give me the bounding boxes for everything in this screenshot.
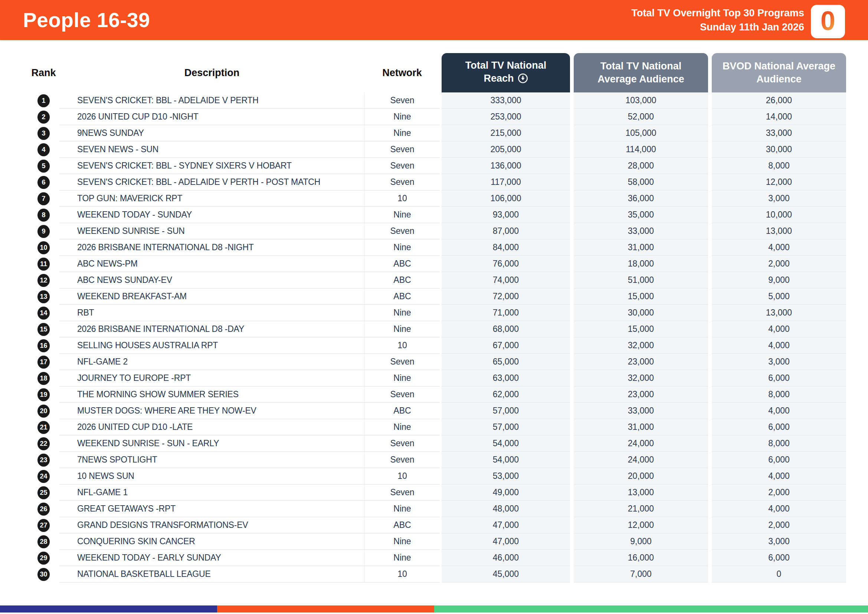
rank-badge: 20 — [37, 405, 50, 418]
table-row: 22 WEEKEND SUNRISE - SUN - EARLY Seven 5… — [28, 436, 848, 452]
table-row: 5 SEVEN'S CRICKET: BBL - SYDNEY SIXERS V… — [28, 158, 848, 174]
description-cell: ABC NEWS-PM — [59, 256, 364, 272]
network-cell: Nine — [364, 533, 440, 550]
reach-value-cell: 74,000 — [442, 272, 570, 288]
description-cell: 2026 BRISBANE INTERNATIONAL D8 -DAY — [59, 321, 364, 338]
reach-value-cell: 45,000 — [442, 566, 570, 583]
bvod-value-cell: 8,000 — [712, 158, 846, 174]
table-row: 30 NATIONAL BASKETBALL LEAGUE 10 45,000 … — [28, 566, 848, 583]
footer-segment-green — [434, 605, 868, 612]
avg-audience-value-cell: 9,000 — [574, 533, 708, 550]
network-cell: Seven — [364, 436, 440, 452]
description-cell: 2026 UNITED CUP D10 -LATE — [59, 419, 364, 436]
arrow-down-circle-icon — [518, 73, 528, 87]
avg-audience-value-cell: 24,000 — [574, 436, 708, 452]
bvod-value-cell: 4,000 — [712, 468, 846, 484]
table-row: 16 SELLING HOUSES AUSTRALIA RPT 10 67,00… — [28, 338, 848, 354]
rank-badge: 7 — [37, 192, 50, 205]
table-row: 1 SEVEN'S CRICKET: BBL - ADELAIDE V PERT… — [28, 92, 848, 109]
description-cell: SEVEN'S CRICKET: BBL - SYDNEY SIXERS V H… — [59, 158, 364, 174]
report-name: Total TV Overnight Top 30 Programs — [631, 6, 804, 20]
network-cell: ABC — [364, 272, 440, 288]
network-cell: 10 — [364, 468, 440, 484]
rank-badge: 30 — [37, 568, 50, 581]
bvod-value-cell: 13,000 — [712, 305, 846, 321]
rank-cell: 1 — [28, 92, 59, 109]
avg-audience-value-cell: 33,000 — [574, 403, 708, 419]
avg-audience-value-cell: 36,000 — [574, 191, 708, 207]
bvod-value-cell: 2,000 — [712, 484, 846, 501]
reach-value-cell: 54,000 — [442, 452, 570, 468]
bvod-value-cell: 4,000 — [712, 338, 846, 354]
rank-badge: 6 — [37, 176, 50, 189]
description-cell: RBT — [59, 305, 364, 321]
avg-audience-value-cell: 7,000 — [574, 566, 708, 583]
column-header-total-tv-reach[interactable]: Total TV National Reach — [442, 53, 570, 92]
avg-audience-value-cell: 52,000 — [574, 109, 708, 125]
rank-badge: 9 — [37, 225, 50, 238]
rank-cell: 13 — [28, 288, 59, 305]
rank-badge: 1 — [37, 94, 50, 107]
network-cell: Nine — [364, 305, 440, 321]
table-row: 20 MUSTER DOGS: WHERE ARE THEY NOW-EV AB… — [28, 403, 848, 419]
bvod-value-cell: 2,000 — [712, 517, 846, 533]
description-cell: GRAND DESIGNS TRANSFORMATIONS-EV — [59, 517, 364, 533]
rank-cell: 27 — [28, 517, 59, 533]
rank-cell: 2 — [28, 109, 59, 125]
description-cell: JOURNEY TO EUROPE -RPT — [59, 370, 364, 386]
avg-audience-value-cell: 12,000 — [574, 517, 708, 533]
rank-badge: 26 — [37, 502, 50, 516]
rank-cell: 21 — [28, 419, 59, 436]
table-row: 25 NFL-GAME 1 Seven 49,000 13,000 2,000 — [28, 484, 848, 501]
avg-audience-value-cell: 51,000 — [574, 272, 708, 288]
column-header-network: Network — [364, 67, 440, 79]
table-row: 23 7NEWS SPOTLIGHT Seven 54,000 24,000 6… — [28, 452, 848, 468]
avg-audience-value-cell: 16,000 — [574, 550, 708, 566]
bvod-value-cell: 14,000 — [712, 109, 846, 125]
description-cell: 2026 UNITED CUP D10 -NIGHT — [59, 109, 364, 125]
avg-audience-value-cell: 21,000 — [574, 501, 708, 517]
column-header-total-tv-avg-audience[interactable]: Total TV National Average Audience — [574, 53, 708, 92]
reach-value-cell: 62,000 — [442, 386, 570, 403]
table-row: 28 CONQUERING SKIN CANCER Nine 47,000 9,… — [28, 533, 848, 550]
rank-cell: 22 — [28, 436, 59, 452]
rank-cell: 12 — [28, 272, 59, 288]
bvod-value-cell: 3,000 — [712, 533, 846, 550]
reach-value-cell: 53,000 — [442, 468, 570, 484]
network-cell: Nine — [364, 501, 440, 517]
bvod-value-cell: 8,000 — [712, 436, 846, 452]
table-row: 10 2026 BRISBANE INTERNATIONAL D8 -NIGHT… — [28, 239, 848, 256]
bvod-value-cell: 10,000 — [712, 207, 846, 223]
reach-value-cell: 106,000 — [442, 191, 570, 207]
description-cell: WEEKEND BREAKFAST-AM — [59, 288, 364, 305]
description-cell: CONQUERING SKIN CANCER — [59, 533, 364, 550]
network-cell: 10 — [364, 338, 440, 354]
reach-value-cell: 63,000 — [442, 370, 570, 386]
rank-cell: 7 — [28, 191, 59, 207]
table-row: 3 9NEWS SUNDAY Nine 215,000 105,000 33,0… — [28, 125, 848, 141]
network-cell: Seven — [364, 223, 440, 239]
reach-value-cell: 57,000 — [442, 403, 570, 419]
table-row: 17 NFL-GAME 2 Seven 65,000 23,000 3,000 — [28, 354, 848, 370]
reach-value-cell: 76,000 — [442, 256, 570, 272]
network-cell: Nine — [364, 239, 440, 256]
reach-value-cell: 48,000 — [442, 501, 570, 517]
bvod-value-cell: 5,000 — [712, 288, 846, 305]
description-cell: SELLING HOUSES AUSTRALIA RPT — [59, 338, 364, 354]
table-row: 18 JOURNEY TO EUROPE -RPT Nine 63,000 32… — [28, 370, 848, 386]
logo-zero-glyph: 0 — [820, 8, 835, 34]
bvod-value-cell: 2,000 — [712, 256, 846, 272]
avg-audience-value-cell: 31,000 — [574, 239, 708, 256]
description-cell: WEEKEND SUNRISE - SUN - EARLY — [59, 436, 364, 452]
avg-audience-value-cell: 28,000 — [574, 158, 708, 174]
column-header-rank: Rank — [28, 67, 59, 79]
description-cell: WEEKEND TODAY - SUNDAY — [59, 207, 364, 223]
rank-cell: 24 — [28, 468, 59, 484]
table-header-row: Rank Description Network Total TV Nation… — [28, 53, 848, 92]
rank-cell: 23 — [28, 452, 59, 468]
rank-badge: 18 — [37, 372, 50, 385]
rank-cell: 6 — [28, 174, 59, 191]
reach-value-cell: 253,000 — [442, 109, 570, 125]
table-row: 24 10 NEWS SUN 10 53,000 20,000 4,000 — [28, 468, 848, 484]
column-header-bvod-avg-audience[interactable]: BVOD National Average Audience — [712, 53, 846, 92]
